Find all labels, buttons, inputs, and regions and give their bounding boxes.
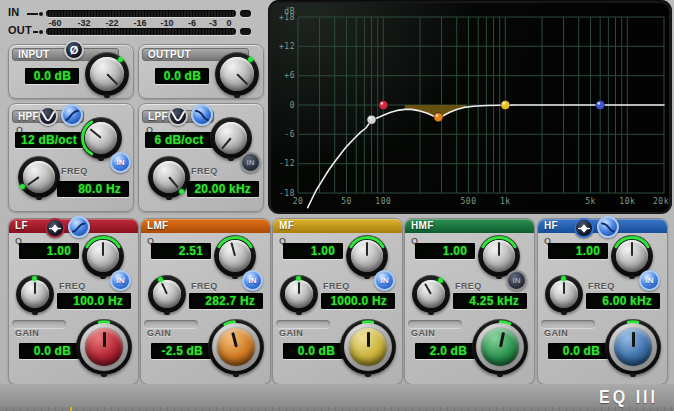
band-marker-lmf[interactable]: [434, 113, 443, 122]
hf-q-display[interactable]: 1.00: [548, 243, 608, 259]
lmf-gain-knob[interactable]: [208, 319, 264, 375]
bell-curve-icon: [48, 221, 62, 235]
hmf-gain-display[interactable]: 2.0 dB: [415, 343, 475, 359]
hpf-slope-display[interactable]: 12 dB/oct: [15, 132, 83, 148]
scale-tick: -6: [188, 18, 196, 28]
hf-gain-display[interactable]: 0.0 dB: [548, 343, 608, 359]
hmf-freq-knob[interactable]: [412, 275, 450, 313]
mf-freq-display[interactable]: 1000.0 Hz: [321, 293, 395, 309]
hf-freq-knob[interactable]: [545, 275, 583, 313]
y-tick-label: -12: [279, 159, 295, 168]
lf-freq-display[interactable]: 100.0 Hz: [57, 293, 131, 309]
out-meter-label: OUT: [8, 24, 32, 36]
lf-q-display[interactable]: 1.00: [19, 243, 79, 259]
output-gain-display[interactable]: 0.0 dB: [155, 68, 209, 84]
hmf-in-button[interactable]: IN: [506, 270, 527, 291]
mf-q-display[interactable]: 1.00: [283, 243, 343, 259]
x-tick-label: 500: [461, 197, 477, 206]
hf-freq-display[interactable]: 6.00 kHz: [586, 293, 660, 309]
lf-gain-knob[interactable]: [76, 319, 132, 375]
hf-in-button[interactable]: IN: [639, 270, 660, 291]
divider-groove: [144, 320, 198, 328]
input-gain-knob[interactable]: [85, 52, 129, 96]
lmf-gain-display[interactable]: -2.5 dB: [151, 343, 211, 359]
lf-freq-knob[interactable]: [16, 275, 54, 313]
band-marker-mf[interactable]: [501, 101, 510, 110]
out-meter-line: [33, 31, 38, 33]
lpf-notch-type-button[interactable]: [168, 106, 188, 126]
eq3-plugin-window: IN -60 -32 -22 -16 -10 -6 -3 0 OUT INPUT…: [0, 0, 674, 411]
hpf-slope-type-button[interactable]: [61, 104, 83, 126]
hpf-notch-type-button[interactable]: [38, 106, 58, 126]
band-marker-hf[interactable]: [596, 101, 605, 110]
lpf-freq-display[interactable]: 20.00 kHz: [187, 181, 259, 197]
lpf-slope-display[interactable]: 6 dB/oct: [145, 132, 213, 148]
mf-gain-display[interactable]: 0.0 dB: [283, 343, 343, 359]
divider-groove: [541, 320, 595, 328]
hf-peak-type-button[interactable]: [574, 218, 594, 238]
lmf-freq-knob[interactable]: [148, 275, 186, 313]
scale-tick: -32: [77, 18, 90, 28]
bottom-ruler: [0, 407, 674, 411]
in-meter-label: IN: [8, 6, 20, 18]
x-tick-label: 20k: [653, 197, 669, 206]
eq-response-curve: [308, 105, 664, 208]
bottom-bar: EQ III: [0, 384, 674, 411]
ruler-marker: [70, 407, 72, 411]
lf-freq-label: FREQ: [59, 281, 86, 291]
lpf-freq-knob[interactable]: [148, 156, 190, 198]
output-panel: OUTPUT 0.0 dB: [138, 44, 264, 99]
output-gain-knob[interactable]: [215, 52, 259, 96]
mf-freq-label: FREQ: [323, 281, 350, 291]
lf-in-button[interactable]: IN: [110, 270, 131, 291]
hmf-gain-knob[interactable]: [472, 319, 528, 375]
lf-band-panel: LF Q 1.00 IN FREQ 100.0 Hz GAIN 0.0 dB: [8, 218, 139, 385]
hmf-freq-display[interactable]: 4.25 kHz: [453, 293, 527, 309]
hmf-freq-label: FREQ: [455, 281, 482, 291]
hf-shelf-type-button[interactable]: [597, 216, 619, 238]
in-clip-led: [240, 10, 251, 17]
hpf-freq-display[interactable]: 80.0 Hz: [57, 181, 129, 197]
marker-highlight: [436, 114, 439, 117]
out-meter-dot: [39, 30, 43, 34]
hf-band-name: HF: [544, 220, 558, 231]
phase-invert-button[interactable]: Ø: [64, 40, 84, 60]
lowpass-curve-icon: [195, 108, 209, 122]
mf-freq-knob[interactable]: [280, 275, 318, 313]
lmf-q-display[interactable]: 2.51: [151, 243, 211, 259]
scale-tick: -10: [160, 18, 173, 28]
marker-highlight: [598, 102, 601, 105]
y-tick-label: +12: [279, 42, 295, 51]
hmf-gain-label: GAIN: [411, 328, 435, 338]
lmf-band-name: LMF: [147, 220, 168, 231]
y-tick-label: 0: [290, 101, 295, 110]
band-marker-lf[interactable]: [379, 101, 388, 110]
scale-tick: 0: [226, 18, 231, 28]
lf-peak-type-button[interactable]: [45, 218, 65, 238]
in-meter-dot: [39, 12, 43, 16]
mf-in-button[interactable]: IN: [374, 270, 395, 291]
notch-icon: [171, 109, 185, 123]
hmf-q-display[interactable]: 1.00: [415, 243, 475, 259]
mf-gain-knob[interactable]: [340, 319, 396, 375]
hpf-in-button[interactable]: IN: [110, 152, 131, 173]
mf-band-header: MF: [273, 219, 402, 233]
hf-gain-knob[interactable]: [605, 319, 661, 375]
eq-curve-graph[interactable]: dB+18+12+60-6-12-1820501005001k5k10k20k: [271, 3, 669, 212]
hf-gain-label: GAIN: [544, 328, 568, 338]
lmf-gain-label: GAIN: [147, 328, 171, 338]
hpf-freq-knob[interactable]: [18, 156, 60, 198]
lpf-slope-type-button[interactable]: [191, 104, 213, 126]
lmf-freq-label: FREQ: [191, 281, 218, 291]
hmf-band-name: HMF: [411, 220, 434, 231]
low-shelf-icon: [72, 220, 86, 234]
lpf-freq-label: FREQ: [191, 166, 218, 176]
lmf-in-button[interactable]: IN: [242, 270, 263, 291]
hmf-band-header: HMF: [405, 219, 534, 233]
lpf-in-button[interactable]: IN: [240, 152, 261, 173]
band-marker-hpf[interactable]: [367, 115, 376, 124]
lf-shelf-type-button[interactable]: [68, 216, 90, 238]
input-gain-display[interactable]: 0.0 dB: [25, 68, 79, 84]
lmf-freq-display[interactable]: 282.7 Hz: [189, 293, 263, 309]
lf-gain-display[interactable]: 0.0 dB: [19, 343, 79, 359]
